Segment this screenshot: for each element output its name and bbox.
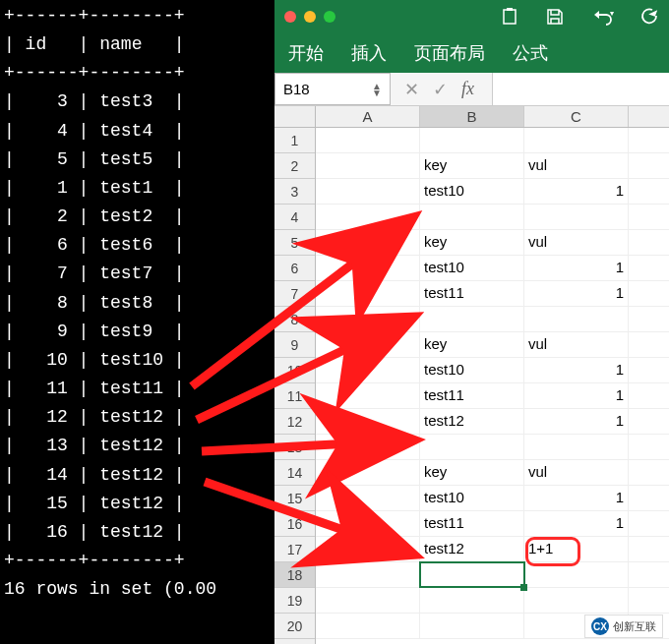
- row-header[interactable]: 5: [274, 230, 315, 256]
- cell[interactable]: test11: [420, 383, 524, 408]
- cell[interactable]: vul: [524, 332, 629, 357]
- cell[interactable]: [420, 205, 524, 229]
- cell[interactable]: 1: [524, 409, 629, 434]
- undo-icon[interactable]: ▾: [590, 7, 614, 27]
- cell[interactable]: 1: [524, 358, 629, 382]
- row-header[interactable]: 4: [274, 205, 315, 230]
- cell[interactable]: [420, 614, 524, 638]
- cell[interactable]: [316, 588, 420, 613]
- cell[interactable]: test12: [420, 409, 524, 434]
- row-header[interactable]: 17: [274, 537, 315, 562]
- cell[interactable]: [420, 588, 524, 613]
- row-header[interactable]: 2: [274, 153, 315, 179]
- cancel-icon[interactable]: ✕: [404, 79, 419, 100]
- row-header[interactable]: 13: [274, 435, 315, 460]
- cell[interactable]: [316, 205, 420, 229]
- cell[interactable]: [524, 205, 629, 229]
- cell[interactable]: [316, 537, 420, 561]
- cell[interactable]: [524, 588, 629, 613]
- row-header[interactable]: 1: [274, 128, 315, 153]
- row-header[interactable]: 9: [274, 332, 315, 358]
- cell[interactable]: [316, 383, 420, 408]
- cell[interactable]: test10: [420, 486, 524, 510]
- cell[interactable]: test11: [420, 281, 524, 306]
- cell[interactable]: 1: [524, 511, 629, 536]
- cell[interactable]: [524, 562, 629, 587]
- cell[interactable]: vul: [524, 153, 629, 178]
- cell[interactable]: [524, 435, 629, 459]
- cell[interactable]: 1: [524, 281, 629, 306]
- maximize-icon[interactable]: [324, 11, 335, 23]
- row-header[interactable]: 19: [274, 588, 315, 614]
- row-header[interactable]: 12: [274, 409, 315, 435]
- cell[interactable]: [316, 614, 420, 638]
- tab-insert[interactable]: 插入: [337, 33, 400, 73]
- stepper-icon[interactable]: ▲▼: [372, 83, 382, 96]
- cell[interactable]: [316, 281, 420, 306]
- row-header[interactable]: 20: [274, 614, 315, 639]
- cell[interactable]: key: [420, 230, 524, 255]
- tab-home[interactable]: 开始: [274, 33, 337, 73]
- cell[interactable]: [524, 307, 629, 331]
- fill-handle[interactable]: [520, 584, 527, 591]
- column-header[interactable]: B: [420, 106, 524, 127]
- cells-area[interactable]: keyvultest101keyvultest101test111keyvult…: [316, 128, 669, 644]
- cell[interactable]: [524, 128, 629, 152]
- tab-page-layout[interactable]: 页面布局: [400, 33, 499, 73]
- fx-icon[interactable]: fx: [461, 79, 474, 99]
- cell[interactable]: [316, 230, 420, 255]
- cell[interactable]: 1: [524, 383, 629, 408]
- row-header[interactable]: 11: [274, 383, 315, 409]
- cell[interactable]: 1+1: [524, 537, 629, 561]
- paste-icon[interactable]: [500, 7, 519, 27]
- close-icon[interactable]: [284, 11, 296, 23]
- column-header[interactable]: C: [524, 106, 629, 127]
- cell[interactable]: [420, 307, 524, 331]
- cell[interactable]: [316, 435, 420, 459]
- cell[interactable]: [316, 409, 420, 434]
- minimize-icon[interactable]: [304, 11, 316, 23]
- cell[interactable]: [420, 128, 524, 152]
- cell[interactable]: test11: [420, 511, 524, 536]
- redo-icon[interactable]: [639, 7, 659, 27]
- cell[interactable]: key: [420, 153, 524, 178]
- row-header[interactable]: 6: [274, 256, 315, 281]
- cell[interactable]: test10: [420, 256, 524, 280]
- row-header[interactable]: 15: [274, 486, 315, 511]
- cell[interactable]: [316, 307, 420, 331]
- row-header[interactable]: 8: [274, 307, 315, 332]
- cell[interactable]: key: [420, 332, 524, 357]
- row-header[interactable]: 16: [274, 511, 315, 537]
- cell[interactable]: [316, 486, 420, 510]
- cell[interactable]: 1: [524, 256, 629, 280]
- cell[interactable]: [316, 153, 420, 178]
- tab-formulas[interactable]: 公式: [499, 33, 562, 73]
- cell[interactable]: [420, 435, 524, 459]
- cell[interactable]: [316, 460, 420, 485]
- name-box[interactable]: B18 ▲▼: [274, 73, 391, 105]
- cell[interactable]: test10: [420, 358, 524, 382]
- row-header[interactable]: 14: [274, 460, 315, 486]
- cell[interactable]: [316, 256, 420, 280]
- cell[interactable]: test10: [420, 179, 524, 204]
- row-header[interactable]: 3: [274, 179, 315, 205]
- row-header[interactable]: 7: [274, 281, 315, 307]
- cell[interactable]: 1: [524, 179, 629, 204]
- cell[interactable]: [316, 511, 420, 536]
- cell[interactable]: 1: [524, 486, 629, 510]
- cell[interactable]: [316, 358, 420, 382]
- cell[interactable]: key: [420, 460, 524, 485]
- cell[interactable]: test12: [420, 537, 524, 561]
- confirm-icon[interactable]: ✓: [433, 79, 448, 100]
- cell[interactable]: vul: [524, 230, 629, 255]
- select-all-corner[interactable]: [274, 106, 316, 127]
- save-icon[interactable]: [545, 7, 565, 27]
- cell[interactable]: vul: [524, 460, 629, 485]
- row-header[interactable]: 18: [274, 562, 315, 588]
- column-header[interactable]: A: [316, 106, 420, 127]
- cell[interactable]: [420, 562, 524, 587]
- cell[interactable]: [316, 332, 420, 357]
- cell[interactable]: [316, 179, 420, 204]
- formula-input[interactable]: [492, 73, 669, 105]
- cell[interactable]: [316, 562, 420, 587]
